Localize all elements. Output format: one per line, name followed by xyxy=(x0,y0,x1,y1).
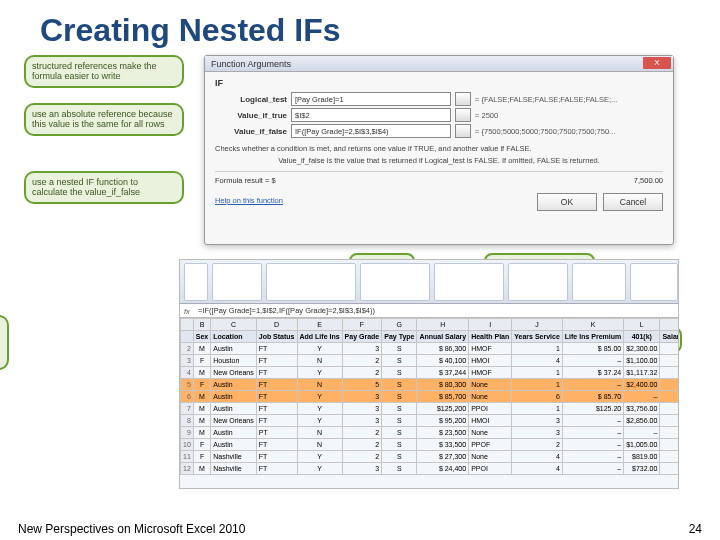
cell[interactable]: None xyxy=(469,451,512,463)
cell[interactable]: FT xyxy=(256,379,297,391)
cell[interactable]: FT xyxy=(256,403,297,415)
cell[interactable]: $ 771.00 xyxy=(660,451,679,463)
cell[interactable]: 2 xyxy=(342,451,382,463)
cell[interactable]: FT xyxy=(256,451,297,463)
cell[interactable]: S xyxy=(382,379,417,391)
cell[interactable]: M xyxy=(193,415,210,427)
cell[interactable]: 2 xyxy=(342,355,382,367)
cell[interactable]: S xyxy=(382,367,417,379)
close-button[interactable]: X xyxy=(643,57,671,69)
cell[interactable]: 5 xyxy=(342,379,382,391)
cell[interactable]: F xyxy=(193,439,210,451)
cell[interactable]: 1 xyxy=(512,367,563,379)
cell[interactable]: 10 xyxy=(181,439,194,451)
cell[interactable]: S xyxy=(382,439,417,451)
cell[interactable]: 1 xyxy=(512,343,563,355)
cell[interactable]: – xyxy=(624,427,660,439)
cell[interactable]: FT xyxy=(256,463,297,475)
cell[interactable]: HMOI xyxy=(469,415,512,427)
cell[interactable]: F xyxy=(193,355,210,367)
cell[interactable]: S xyxy=(382,343,417,355)
cell[interactable]: $ 23,500 xyxy=(417,427,469,439)
cell[interactable]: 3 xyxy=(181,355,194,367)
cell[interactable]: 12 xyxy=(181,463,194,475)
cell[interactable]: $ 40,100 xyxy=(417,355,469,367)
cell[interactable]: Nashville xyxy=(211,463,256,475)
cell[interactable]: 3 xyxy=(512,427,563,439)
cell[interactable]: – xyxy=(562,439,623,451)
range-picker-icon[interactable] xyxy=(455,124,471,138)
cell[interactable]: 2 xyxy=(512,439,563,451)
cell[interactable]: $ 33,500 xyxy=(417,439,469,451)
cell[interactable]: 4 xyxy=(512,355,563,367)
cell[interactable]: FT xyxy=(256,391,297,403)
cell[interactable]: 1 xyxy=(512,379,563,391)
cell[interactable]: FT xyxy=(256,415,297,427)
cell[interactable]: M xyxy=(193,463,210,475)
ok-button[interactable]: OK xyxy=(537,193,597,211)
cell[interactable]: HMOF xyxy=(469,367,512,379)
cell[interactable]: $125,200 xyxy=(417,403,469,415)
cell[interactable]: 4 xyxy=(512,463,563,475)
cell[interactable]: 4 xyxy=(512,451,563,463)
cell[interactable]: $1,005.00 xyxy=(624,439,660,451)
cell[interactable]: N xyxy=(297,439,342,451)
cell[interactable]: Y xyxy=(297,343,342,355)
cell[interactable]: PPOI xyxy=(469,463,512,475)
cell[interactable]: S xyxy=(382,415,417,427)
cell[interactable]: $ 37.24 xyxy=(562,367,623,379)
cell[interactable]: – xyxy=(562,379,623,391)
cell[interactable]: None xyxy=(469,391,512,403)
cell[interactable]: $3,000.00 xyxy=(660,391,679,403)
cell[interactable]: New Orleans xyxy=(211,415,256,427)
cell[interactable]: S xyxy=(382,463,417,475)
formula-bar[interactable]: fx =IF([Pay Grade]=1,$I$2,IF([Pay Grade]… xyxy=(180,304,678,318)
cell[interactable]: – xyxy=(562,427,623,439)
cell[interactable]: 8 xyxy=(181,415,194,427)
fx-icon[interactable]: fx xyxy=(184,305,190,318)
cell[interactable]: M xyxy=(193,343,210,355)
cell[interactable]: PPOF xyxy=(469,439,512,451)
cell[interactable]: FT xyxy=(256,439,297,451)
cell[interactable]: $ 85,700 xyxy=(417,391,469,403)
cell[interactable]: 7 xyxy=(181,403,194,415)
cell[interactable]: $2,856.00 xyxy=(624,415,660,427)
cell[interactable]: 4 xyxy=(181,367,194,379)
cell[interactable]: $3,300.00 xyxy=(660,343,679,355)
cell[interactable]: $1,100.00 xyxy=(624,355,660,367)
cell[interactable]: $5,008.00 xyxy=(660,403,679,415)
cell[interactable]: M xyxy=(193,391,210,403)
cell[interactable]: 2 xyxy=(342,439,382,451)
cell[interactable]: HMOF xyxy=(469,343,512,355)
cell[interactable]: S xyxy=(382,355,417,367)
cell[interactable]: $3,800.00 xyxy=(660,415,679,427)
cell[interactable]: Austin xyxy=(211,439,256,451)
cell[interactable]: $2,300.00 xyxy=(624,343,660,355)
range-picker-icon[interactable] xyxy=(455,108,471,122)
cell[interactable]: – xyxy=(624,391,660,403)
cell[interactable]: 3 xyxy=(342,463,382,475)
cell[interactable]: $1,600.00 xyxy=(660,355,679,367)
cell[interactable]: None xyxy=(469,379,512,391)
cell[interactable]: 3 xyxy=(342,391,382,403)
cell[interactable]: FT xyxy=(256,367,297,379)
cell[interactable]: 3 xyxy=(342,343,382,355)
cell[interactable]: 11 xyxy=(181,451,194,463)
cell[interactable]: 3 xyxy=(342,415,382,427)
cell[interactable]: FT xyxy=(256,355,297,367)
help-link[interactable]: Help on this function xyxy=(215,196,283,205)
logical-test-input[interactable]: [Pay Grade]=1 xyxy=(291,92,451,106)
cell[interactable]: $ 85.00 xyxy=(562,343,623,355)
cell[interactable]: 6 xyxy=(512,391,563,403)
value-if-false-input[interactable]: IF([Pay Grade]=2,$I$3,$I$4) xyxy=(291,124,451,138)
cell[interactable]: Y xyxy=(297,451,342,463)
cell[interactable]: – xyxy=(562,451,623,463)
cancel-button[interactable]: Cancel xyxy=(603,193,663,211)
cell[interactable]: 1 xyxy=(512,403,563,415)
cell[interactable]: Y xyxy=(297,415,342,427)
cell[interactable]: N xyxy=(297,355,342,367)
cell[interactable]: 3 xyxy=(342,403,382,415)
cell[interactable]: – xyxy=(562,415,623,427)
cell[interactable]: N xyxy=(297,427,342,439)
cell[interactable]: Y xyxy=(297,367,342,379)
